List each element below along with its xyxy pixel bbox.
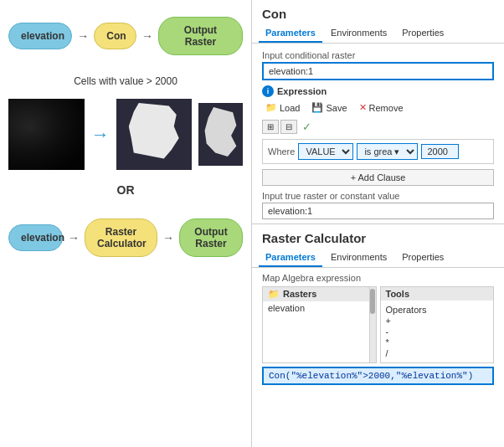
left-panel: elevation → Con → Output Raster Cells wi… (0, 0, 251, 447)
raster-calc-tabs: Parameters Environments Properties (252, 249, 504, 268)
tab-parameters-con[interactable]: Parameters (259, 24, 322, 43)
flow-diagram-2: elevation → Raster Calculator → Output R… (8, 210, 243, 265)
input-true-field[interactable] (262, 203, 494, 219)
rasters-label: Rasters (283, 289, 316, 299)
rasters-scrollbar[interactable] (369, 287, 376, 362)
info-icon: i (262, 85, 274, 97)
where-label: Where (268, 146, 295, 157)
map-alg-label: Map Algebra expression (262, 273, 494, 283)
raster-columns: 📁 Rasters elevation Tools Operators + - (262, 286, 494, 363)
save-button[interactable]: 💾 Save (308, 100, 350, 115)
input-cond-raster-field[interactable] (262, 62, 494, 80)
node-elevation-1: elevation (8, 23, 72, 49)
expr-btn-2[interactable]: ⊟ (280, 120, 297, 134)
tools-body: Operators + - * / (381, 301, 494, 362)
tab-parameters-rc[interactable]: Parameters (259, 249, 322, 267)
remove-icon: ✕ (359, 102, 367, 113)
image-row: → (8, 99, 243, 170)
expr-btn-1[interactable]: ⊞ (262, 120, 279, 134)
tab-environments-con[interactable]: Environments (324, 24, 393, 43)
arrow-2: → (141, 29, 153, 43)
arrow-1: → (77, 29, 89, 43)
where-op-select[interactable]: is grea ▾ (357, 143, 418, 160)
load-icon: 📁 (265, 102, 277, 113)
input-true-label: Input true raster or constant value (262, 191, 494, 201)
node-con: Con (94, 23, 136, 49)
save-icon: 💾 (311, 102, 323, 113)
tools-header: Tools (381, 287, 494, 301)
tools-item-operators[interactable]: Operators (386, 305, 489, 315)
small-mask-image (198, 103, 243, 166)
scrollbar-thumb (370, 289, 375, 314)
node-elevation-2: elevation (8, 224, 63, 251)
input-cond-label: Input conditional raster (262, 50, 494, 60)
rasters-header: 📁 Rasters (263, 287, 369, 301)
con-section: Con Parameters Environments Properties I… (252, 0, 504, 224)
rasters-pane: 📁 Rasters elevation (262, 286, 377, 363)
expr-toolbar: ⊞ ⊟ ✓ (262, 120, 494, 134)
load-label: Load (280, 103, 300, 113)
rasters-list: 📁 Rasters elevation (263, 287, 369, 362)
tools-item-multiply[interactable]: * (386, 337, 489, 347)
save-label: Save (326, 103, 347, 113)
raster-list-item-0[interactable]: elevation (263, 301, 369, 315)
tab-properties-con[interactable]: Properties (395, 24, 450, 43)
flow-diagram-1: elevation → Con → Output Raster (8, 8, 243, 64)
where-row: Where VALUE is grea ▾ (262, 139, 494, 164)
load-button[interactable]: 📁 Load (262, 100, 303, 115)
con-tabs: Parameters Environments Properties (252, 24, 504, 44)
arrow-3: → (68, 231, 80, 244)
raster-image (8, 99, 85, 170)
node-output-raster-2: Output Raster (179, 218, 243, 257)
raster-calc-title: Raster Calculator (252, 224, 504, 249)
raster-body: Map Algebra expression 📁 Rasters elevati… (252, 268, 504, 390)
remove-label: Remove (369, 103, 404, 113)
right-panel: Con Parameters Environments Properties I… (251, 0, 504, 447)
cells-label: Cells with value > 2000 (8, 75, 243, 87)
check-icon: ✓ (302, 121, 311, 133)
right-arrow: → (91, 124, 110, 146)
expression-label: Expression (277, 86, 327, 96)
node-output-raster-1: Output Raster (158, 17, 243, 55)
expression-toolbar-row: 📁 Load 💾 Save ✕ Remove (262, 100, 494, 115)
con-title: Con (252, 0, 504, 24)
node-raster-calc: Raster Calculator (85, 218, 157, 257)
tab-properties-rc[interactable]: Properties (395, 249, 450, 267)
tools-pane: Tools Operators + - * / (380, 286, 495, 363)
tab-environments-rc[interactable]: Environments (324, 249, 393, 267)
arrow-4: → (162, 231, 174, 244)
mask-image (116, 99, 193, 170)
expression-bar[interactable]: Con("%elevation%">2000,"%elevation%") (262, 367, 494, 385)
tools-item-minus[interactable]: - (386, 326, 489, 337)
or-label: OR (8, 183, 243, 197)
where-field-select[interactable]: VALUE (298, 143, 353, 160)
expression-info-row: i Expression (262, 85, 494, 97)
tools-item-plus[interactable]: + (386, 316, 489, 326)
remove-button[interactable]: ✕ Remove (356, 100, 407, 115)
raster-calc-section: Raster Calculator Parameters Environment… (252, 224, 504, 448)
tools-item-divide[interactable]: / (386, 348, 489, 358)
rasters-folder-icon: 📁 (268, 289, 280, 300)
add-clause-button[interactable]: + Add Clause (262, 169, 494, 186)
where-value-input[interactable] (421, 144, 459, 159)
con-body: Input conditional raster i Expression 📁 … (252, 44, 504, 224)
